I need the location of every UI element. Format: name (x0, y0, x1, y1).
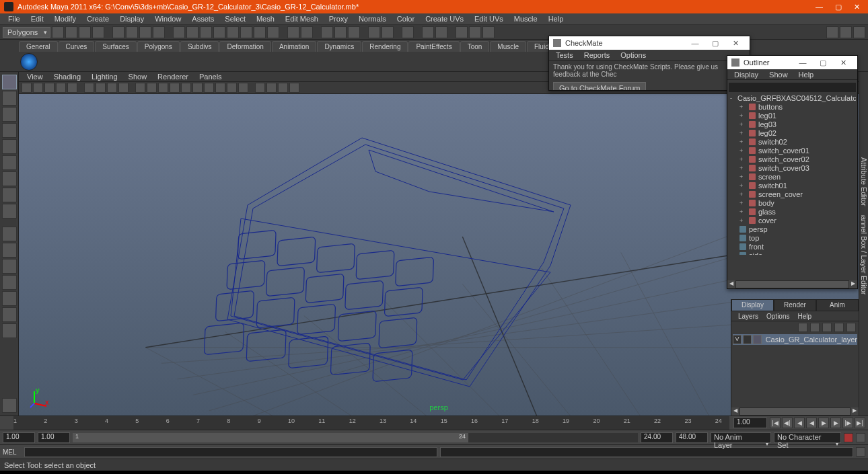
shelf-btn-24[interactable] (402, 26, 414, 38)
outliner-node[interactable]: +leg02 (729, 128, 856, 137)
shelf-btn-1[interactable] (52, 26, 64, 38)
move-tool[interactable] (2, 123, 17, 138)
outliner-titlebar[interactable]: Outliner — ▢ ✕ (727, 56, 857, 69)
shelf-btn-9[interactable] (173, 26, 185, 38)
layer-icon-4[interactable] (834, 323, 844, 332)
outliner-hscroll[interactable]: ◀ ▶ (727, 280, 857, 288)
expand-icon[interactable]: + (739, 191, 746, 198)
autokey-toggle[interactable] (844, 433, 853, 442)
shelf-tab-surfaces[interactable]: Surfaces (95, 41, 136, 52)
outliner-maximize[interactable]: ▢ (813, 58, 833, 67)
outliner-node[interactable]: +leg03 (729, 120, 856, 128)
expand-icon[interactable]: + (739, 173, 746, 180)
shelf-btn-26[interactable] (435, 26, 447, 38)
checkmate-maximize[interactable]: ▢ (705, 39, 725, 48)
menu-create-uvs[interactable]: Create UVs (420, 15, 469, 23)
outliner-node[interactable]: front (729, 242, 856, 251)
shelf-tab-deformation[interactable]: Deformation (219, 41, 270, 52)
menu-edit[interactable]: Edit (26, 15, 49, 23)
checkmate-forum-button[interactable]: Go to CheckMate Forum (553, 82, 646, 90)
shelf-btn-10[interactable] (186, 26, 198, 38)
shelf-btn-right-3[interactable] (853, 26, 865, 38)
outliner-node[interactable]: +switch_cover01 (729, 146, 856, 155)
outliner-node[interactable]: +switch01 (729, 181, 856, 190)
scale-tool[interactable] (2, 155, 17, 170)
shelf-btn-19[interactable] (321, 26, 333, 38)
play-back-button[interactable]: ◀ (806, 418, 817, 428)
manipulator-tool[interactable] (2, 171, 17, 186)
outliner-minimize[interactable]: — (793, 58, 813, 67)
expand-icon[interactable]: + (739, 139, 746, 145)
vp-menu-panels[interactable]: Panels (194, 73, 227, 81)
vp-tb-18[interactable] (227, 83, 237, 93)
outliner-node[interactable]: +buttons (729, 102, 856, 111)
shelf-custom-button[interactable] (20, 53, 38, 71)
tool-settings-icon[interactable] (2, 398, 17, 413)
channel-box-strip[interactable]: Channel Box / Layer Editor (859, 72, 868, 416)
outliner-node[interactable]: +cover (729, 216, 856, 225)
shelf-btn-29[interactable] (482, 26, 495, 38)
outliner-node[interactable]: +screen_cover (729, 190, 856, 198)
outliner-node[interactable]: +switch02 (729, 137, 856, 146)
outliner-node[interactable]: +switch_cover03 (729, 163, 856, 172)
lasso-tool[interactable] (2, 91, 17, 106)
menu-mesh[interactable]: Mesh (251, 15, 280, 23)
three-pane-2[interactable] (2, 307, 17, 322)
step-back-button[interactable]: ◀ (794, 418, 805, 428)
close-button[interactable]: ✕ (854, 3, 860, 11)
outliner-menu-show[interactable]: Show (764, 71, 793, 79)
range-start-inner[interactable]: 1.00 (38, 432, 70, 443)
vp-tb-7[interactable] (96, 83, 106, 93)
command-input[interactable] (24, 447, 437, 457)
expand-icon[interactable]: + (739, 208, 746, 215)
shelf-tab-polygons[interactable]: Polygons (137, 41, 180, 52)
scroll-left-icon[interactable]: ◀ (727, 280, 735, 288)
menu-display[interactable]: Display (114, 15, 149, 23)
shelf-btn-15[interactable] (254, 26, 266, 38)
shelf-btn-4[interactable] (92, 26, 104, 38)
shelf-btn-22[interactable] (368, 26, 380, 38)
command-language-label[interactable]: MEL (3, 448, 22, 456)
layer-icon-5[interactable] (846, 323, 856, 332)
minimize-button[interactable]: — (816, 3, 823, 11)
vp-tb-1[interactable] (22, 83, 32, 93)
menu-proxy[interactable]: Proxy (324, 15, 353, 23)
checkmate-menu-reports[interactable]: Reports (579, 51, 616, 59)
checkmate-menu-options[interactable]: Options (615, 51, 651, 59)
layer-menu-help[interactable]: Help (793, 313, 816, 320)
three-pane-3[interactable] (2, 323, 17, 338)
shelf-btn-11[interactable] (200, 26, 212, 38)
expand-icon[interactable]: + (739, 156, 746, 163)
shelf-btn-6[interactable] (126, 26, 138, 38)
range-end-outer[interactable]: 48.00 (676, 432, 708, 443)
step-back-key-button[interactable]: ◀| (782, 418, 793, 428)
outliner-node[interactable]: +leg01 (729, 111, 856, 120)
four-pane[interactable] (2, 243, 17, 258)
vp-tb-3[interactable] (44, 83, 55, 93)
shelf-btn-18[interactable] (301, 26, 313, 38)
shelf-tab-toon[interactable]: Toon (460, 41, 490, 52)
shelf-tab-curves[interactable]: Curves (59, 41, 95, 52)
shelf-btn-right-2[interactable] (840, 26, 852, 38)
expand-icon[interactable]: + (739, 130, 746, 136)
step-fwd-button[interactable]: ▶ (830, 418, 841, 428)
outliner-node[interactable]: +glass (729, 207, 856, 216)
paint-select-tool[interactable] (2, 107, 17, 122)
menu-select[interactable]: Select (219, 15, 251, 23)
single-pane[interactable] (2, 227, 17, 241)
menu-edit-uvs[interactable]: Edit UVs (469, 15, 509, 23)
shelf-btn-5[interactable] (112, 26, 124, 38)
checkmate-minimize[interactable]: — (685, 39, 705, 47)
outliner-search[interactable] (729, 83, 856, 92)
expand-icon[interactable]: + (739, 112, 746, 119)
shelf-tab-animation[interactable]: Animation (272, 41, 316, 52)
shelf-btn-21[interactable] (348, 26, 360, 38)
vp-tb-14[interactable] (181, 83, 191, 93)
menu-window[interactable]: Window (149, 15, 186, 23)
expand-icon[interactable]: + (739, 182, 746, 189)
menu-muscle[interactable]: Muscle (509, 15, 543, 23)
range-thumb[interactable]: 1 24 (73, 433, 468, 442)
play-fwd-button[interactable]: ▶ (818, 418, 829, 428)
layer-type-toggle[interactable] (743, 335, 752, 344)
shelf-btn-7[interactable] (139, 26, 151, 38)
